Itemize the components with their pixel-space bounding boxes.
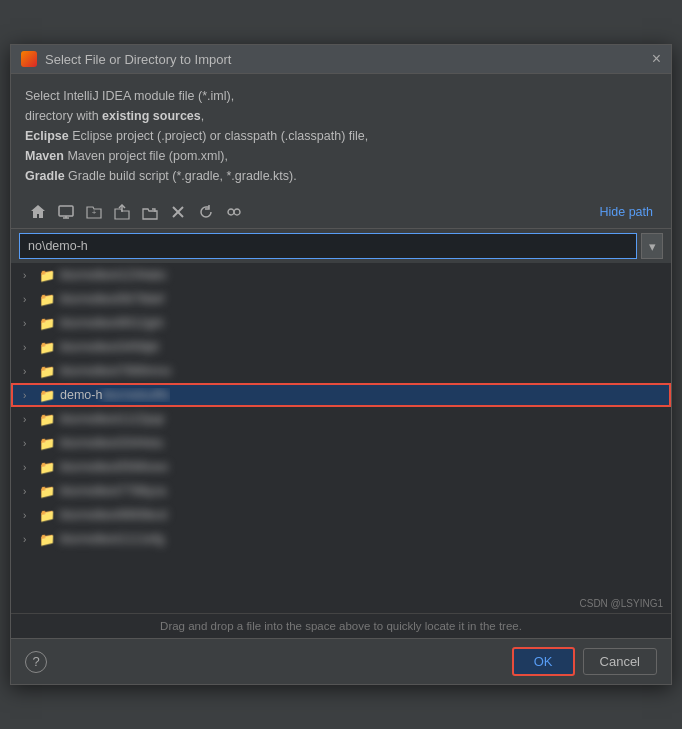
tree-item[interactable]: › 📁 blurredtext7890mno — [11, 359, 671, 383]
svg-point-6 — [228, 209, 234, 215]
svg-rect-0 — [59, 206, 73, 216]
folder-nav-button[interactable] — [137, 200, 163, 224]
watermark: CSDN @LSYING1 — [579, 598, 663, 609]
select-file-dialog: Select File or Directory to Import × Sel… — [10, 44, 672, 685]
tree-item[interactable]: › 📁 blurredtext9012ghi — [11, 311, 671, 335]
item-label: blurredtext7788yza — [60, 484, 166, 498]
folder-icon: 📁 — [39, 508, 55, 523]
item-label: demo-hblurredsuffix — [60, 388, 170, 402]
toolbar-buttons: + — [25, 200, 247, 224]
chevron-icon: › — [23, 534, 35, 545]
delete-button[interactable] — [165, 200, 191, 224]
title-bar: Select File or Directory to Import × — [11, 45, 671, 74]
folder-icon: 📁 — [39, 268, 55, 283]
folder-icon: 📁 — [39, 460, 55, 475]
path-input[interactable] — [19, 233, 637, 259]
ok-button[interactable]: OK — [512, 647, 575, 676]
link-button[interactable] — [221, 200, 247, 224]
folder-icon: 📁 — [39, 412, 55, 427]
svg-point-7 — [234, 209, 240, 215]
description-text: Select IntelliJ IDEA module file (*.iml)… — [11, 74, 671, 196]
chevron-icon: › — [23, 342, 35, 353]
item-label: blurredtext3456jkl — [60, 340, 159, 354]
item-label: blurredtext9900bcd — [60, 508, 167, 522]
tree-item[interactable]: › 📁 blurredtext9900bcd — [11, 503, 671, 527]
dialog-title: Select File or Directory to Import — [45, 52, 644, 67]
folder-icon: 📁 — [39, 532, 55, 547]
chevron-icon: › — [23, 486, 35, 497]
footer-actions: OK Cancel — [512, 647, 657, 676]
svg-text:+: + — [92, 208, 97, 217]
chevron-icon: › — [23, 510, 35, 521]
close-button[interactable]: × — [652, 51, 661, 67]
tree-item[interactable]: › 📁 blurredtext1111efg — [11, 527, 671, 551]
chevron-icon: › — [23, 318, 35, 329]
cancel-button[interactable]: Cancel — [583, 648, 657, 675]
item-label: blurredtext9012ghi — [60, 316, 164, 330]
tree-item[interactable]: › 📁 blurredtext5566vwx — [11, 455, 671, 479]
hide-path-button[interactable]: Hide path — [595, 203, 657, 221]
new-folder-button[interactable]: + — [81, 200, 107, 224]
folder-up-button[interactable] — [109, 200, 135, 224]
selected-tree-item[interactable]: › 📁 demo-hblurredsuffix — [11, 383, 671, 407]
refresh-button[interactable] — [193, 200, 219, 224]
item-label: blurredtext5566vwx — [60, 460, 168, 474]
chevron-icon: › — [23, 390, 35, 401]
file-toolbar: + Hide path — [11, 196, 671, 229]
chevron-icon: › — [23, 366, 35, 377]
item-label: blurredtext1122pqr — [60, 412, 165, 426]
folder-icon: 📁 — [39, 388, 55, 403]
path-dropdown-button[interactable]: ▾ — [641, 233, 663, 259]
item-label: blurredtext3344stu — [60, 436, 164, 450]
dialog-footer: ? OK Cancel — [11, 638, 671, 684]
folder-icon: 📁 — [39, 364, 55, 379]
drag-hint: Drag and drop a file into the space abov… — [11, 613, 671, 638]
folder-icon: 📁 — [39, 484, 55, 499]
app-icon — [21, 51, 37, 67]
folder-icon: 📁 — [39, 292, 55, 307]
item-label: blurredtext1111efg — [60, 532, 164, 546]
folder-icon: 📁 — [39, 436, 55, 451]
folder-icon: 📁 — [39, 316, 55, 331]
help-button[interactable]: ? — [25, 651, 47, 673]
chevron-icon: › — [23, 462, 35, 473]
tree-item[interactable]: › 📁 blurredtext3456jkl — [11, 335, 671, 359]
tree-item[interactable]: › 📁 blurredtext3344stu — [11, 431, 671, 455]
chevron-icon: › — [23, 438, 35, 449]
item-label: blurredtext1234abc — [60, 268, 167, 282]
folder-icon: 📁 — [39, 340, 55, 355]
home-button[interactable] — [25, 200, 51, 224]
tree-item[interactable]: › 📁 blurredtext1234abc — [11, 263, 671, 287]
path-row: ▾ — [11, 229, 671, 263]
chevron-icon: › — [23, 414, 35, 425]
desktop-button[interactable] — [53, 200, 79, 224]
tree-item[interactable]: › 📁 blurredtext7788yza — [11, 479, 671, 503]
item-label: blurredtext5678def — [60, 292, 164, 306]
file-tree[interactable]: › 📁 blurredtext1234abc › 📁 blurredtext56… — [11, 263, 671, 613]
tree-item[interactable]: › 📁 blurredtext5678def — [11, 287, 671, 311]
item-label: blurredtext7890mno — [60, 364, 171, 378]
chevron-icon: › — [23, 270, 35, 281]
tree-item[interactable]: › 📁 blurredtext1122pqr — [11, 407, 671, 431]
chevron-icon: › — [23, 294, 35, 305]
